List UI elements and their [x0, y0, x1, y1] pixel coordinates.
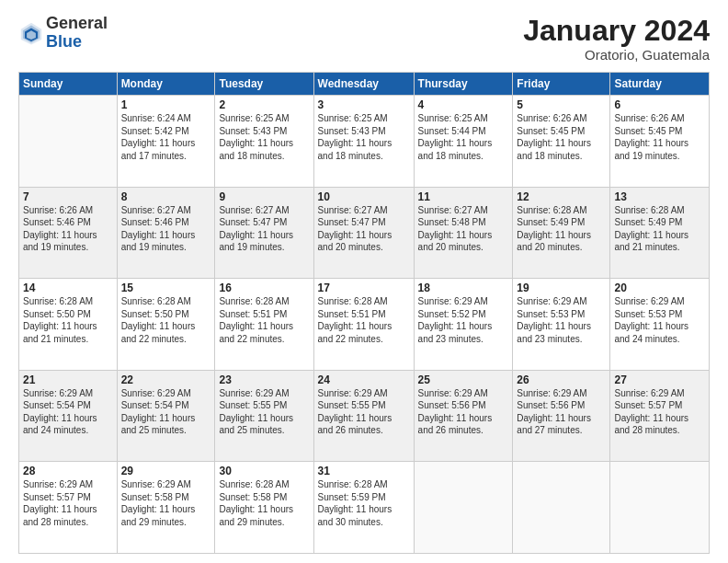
day-info: Sunrise: 6:27 AM Sunset: 5:48 PM Dayligh… [418, 204, 509, 254]
day-info: Sunrise: 6:29 AM Sunset: 5:58 PM Dayligh… [121, 478, 211, 528]
day-number: 30 [219, 465, 309, 477]
day-number: 17 [318, 282, 410, 294]
header-thursday: Thursday [414, 73, 513, 96]
day-info: Sunrise: 6:29 AM Sunset: 5:55 PM Dayligh… [318, 387, 410, 437]
table-row: 22Sunrise: 6:29 AM Sunset: 5:54 PM Dayli… [117, 370, 215, 462]
day-info: Sunrise: 6:29 AM Sunset: 5:54 PM Dayligh… [121, 387, 211, 437]
calendar-week-row: 7Sunrise: 6:26 AM Sunset: 5:46 PM Daylig… [19, 187, 710, 279]
day-number: 26 [517, 373, 606, 386]
table-row: 2Sunrise: 6:25 AM Sunset: 5:43 PM Daylig… [215, 96, 313, 188]
title-area: January 2024 Oratorio, Guatemala [523, 15, 710, 63]
day-number: 9 [219, 190, 309, 203]
table-row: 16Sunrise: 6:28 AM Sunset: 5:51 PM Dayli… [215, 279, 313, 371]
header: General Blue January 2024 Oratorio, Guat… [18, 15, 710, 63]
day-number: 10 [318, 190, 410, 203]
table-row: 27Sunrise: 6:29 AM Sunset: 5:57 PM Dayli… [610, 370, 710, 462]
day-number: 20 [614, 282, 705, 294]
table-row: 13Sunrise: 6:28 AM Sunset: 5:49 PM Dayli… [610, 187, 710, 279]
day-info: Sunrise: 6:25 AM Sunset: 5:44 PM Dayligh… [418, 112, 509, 162]
month-title: January 2024 [523, 15, 710, 47]
location: Oratorio, Guatemala [523, 47, 710, 63]
table-row: 23Sunrise: 6:29 AM Sunset: 5:55 PM Dayli… [215, 370, 313, 462]
day-number: 21 [23, 373, 113, 386]
table-row: 30Sunrise: 6:28 AM Sunset: 5:58 PM Dayli… [215, 462, 313, 554]
header-sunday: Sunday [19, 73, 118, 96]
page: General Blue January 2024 Oratorio, Guat… [0, 0, 728, 563]
day-info: Sunrise: 6:29 AM Sunset: 5:56 PM Dayligh… [517, 387, 606, 437]
weekday-header-row: Sunday Monday Tuesday Wednesday Thursday… [19, 73, 710, 96]
calendar-table: Sunday Monday Tuesday Wednesday Thursday… [18, 72, 710, 554]
day-number: 19 [517, 282, 606, 294]
day-info: Sunrise: 6:28 AM Sunset: 5:51 PM Dayligh… [318, 295, 410, 345]
day-info: Sunrise: 6:26 AM Sunset: 5:46 PM Dayligh… [23, 204, 113, 254]
day-info: Sunrise: 6:29 AM Sunset: 5:53 PM Dayligh… [517, 295, 606, 345]
day-info: Sunrise: 6:27 AM Sunset: 5:46 PM Dayligh… [121, 204, 211, 254]
generalblue-icon [18, 20, 44, 46]
day-number: 27 [614, 373, 705, 386]
table-row: 20Sunrise: 6:29 AM Sunset: 5:53 PM Dayli… [610, 279, 710, 371]
table-row: 25Sunrise: 6:29 AM Sunset: 5:56 PM Dayli… [414, 370, 513, 462]
day-number: 5 [517, 98, 606, 111]
table-row [513, 462, 610, 554]
logo-general-text: General [46, 15, 108, 33]
day-info: Sunrise: 6:29 AM Sunset: 5:55 PM Dayligh… [219, 387, 309, 437]
header-monday: Monday [117, 73, 215, 96]
logo: General Blue [18, 15, 108, 52]
day-info: Sunrise: 6:25 AM Sunset: 5:43 PM Dayligh… [318, 112, 410, 162]
day-number: 28 [23, 465, 113, 477]
table-row: 4Sunrise: 6:25 AM Sunset: 5:44 PM Daylig… [414, 96, 513, 188]
day-info: Sunrise: 6:28 AM Sunset: 5:51 PM Dayligh… [219, 295, 309, 345]
day-info: Sunrise: 6:27 AM Sunset: 5:47 PM Dayligh… [219, 204, 309, 254]
header-friday: Friday [513, 73, 610, 96]
day-info: Sunrise: 6:29 AM Sunset: 5:52 PM Dayligh… [418, 295, 509, 345]
calendar-week-row: 14Sunrise: 6:28 AM Sunset: 5:50 PM Dayli… [19, 279, 710, 371]
day-info: Sunrise: 6:28 AM Sunset: 5:49 PM Dayligh… [517, 204, 606, 254]
logo-blue-text: Blue [46, 33, 108, 52]
table-row: 1Sunrise: 6:24 AM Sunset: 5:42 PM Daylig… [117, 96, 215, 188]
day-number: 7 [23, 190, 113, 203]
day-number: 18 [418, 282, 509, 294]
calendar-week-row: 21Sunrise: 6:29 AM Sunset: 5:54 PM Dayli… [19, 370, 710, 462]
table-row: 8Sunrise: 6:27 AM Sunset: 5:46 PM Daylig… [117, 187, 215, 279]
day-number: 16 [219, 282, 309, 294]
day-info: Sunrise: 6:29 AM Sunset: 5:53 PM Dayligh… [614, 295, 705, 345]
table-row: 18Sunrise: 6:29 AM Sunset: 5:52 PM Dayli… [414, 279, 513, 371]
day-number: 1 [121, 98, 211, 111]
day-info: Sunrise: 6:28 AM Sunset: 5:50 PM Dayligh… [23, 295, 113, 345]
calendar-week-row: 28Sunrise: 6:29 AM Sunset: 5:57 PM Dayli… [19, 462, 710, 554]
day-info: Sunrise: 6:29 AM Sunset: 5:57 PM Dayligh… [614, 387, 705, 437]
day-number: 2 [219, 98, 309, 111]
day-number: 4 [418, 98, 509, 111]
day-info: Sunrise: 6:26 AM Sunset: 5:45 PM Dayligh… [614, 112, 705, 162]
day-info: Sunrise: 6:28 AM Sunset: 5:58 PM Dayligh… [219, 478, 309, 528]
day-info: Sunrise: 6:26 AM Sunset: 5:45 PM Dayligh… [517, 112, 606, 162]
day-number: 23 [219, 373, 309, 386]
table-row: 19Sunrise: 6:29 AM Sunset: 5:53 PM Dayli… [513, 279, 610, 371]
day-number: 29 [121, 465, 211, 477]
table-row [610, 462, 710, 554]
day-number: 13 [614, 190, 705, 203]
table-row: 3Sunrise: 6:25 AM Sunset: 5:43 PM Daylig… [313, 96, 414, 188]
day-number: 22 [121, 373, 211, 386]
day-info: Sunrise: 6:28 AM Sunset: 5:59 PM Dayligh… [318, 478, 410, 528]
table-row: 15Sunrise: 6:28 AM Sunset: 5:50 PM Dayli… [117, 279, 215, 371]
day-info: Sunrise: 6:25 AM Sunset: 5:43 PM Dayligh… [219, 112, 309, 162]
table-row: 10Sunrise: 6:27 AM Sunset: 5:47 PM Dayli… [313, 187, 414, 279]
day-number: 3 [318, 98, 410, 111]
day-info: Sunrise: 6:27 AM Sunset: 5:47 PM Dayligh… [318, 204, 410, 254]
day-number: 31 [318, 465, 410, 477]
table-row [19, 96, 118, 188]
day-number: 24 [318, 373, 410, 386]
table-row: 26Sunrise: 6:29 AM Sunset: 5:56 PM Dayli… [513, 370, 610, 462]
day-number: 15 [121, 282, 211, 294]
day-number: 12 [517, 190, 606, 203]
day-info: Sunrise: 6:29 AM Sunset: 5:56 PM Dayligh… [418, 387, 509, 437]
day-info: Sunrise: 6:29 AM Sunset: 5:54 PM Dayligh… [23, 387, 113, 437]
day-number: 6 [614, 98, 705, 111]
table-row: 31Sunrise: 6:28 AM Sunset: 5:59 PM Dayli… [313, 462, 414, 554]
table-row: 7Sunrise: 6:26 AM Sunset: 5:46 PM Daylig… [19, 187, 118, 279]
header-wednesday: Wednesday [313, 73, 414, 96]
table-row: 24Sunrise: 6:29 AM Sunset: 5:55 PM Dayli… [313, 370, 414, 462]
day-number: 14 [23, 282, 113, 294]
day-number: 8 [121, 190, 211, 203]
